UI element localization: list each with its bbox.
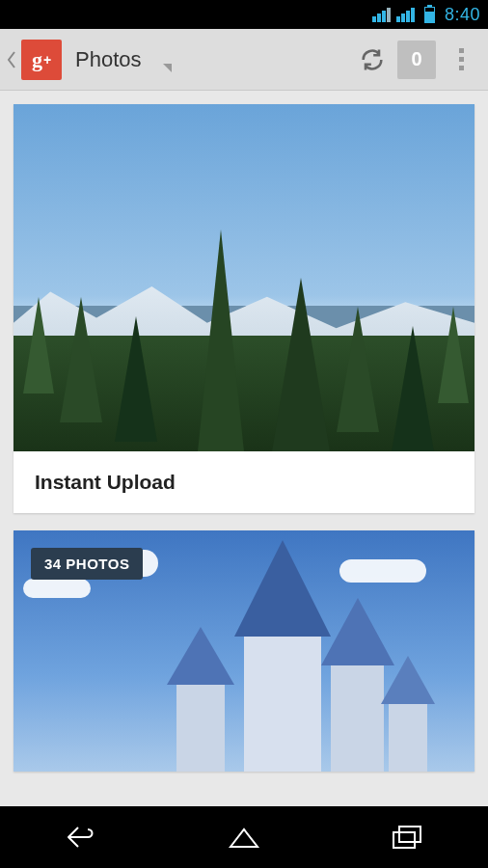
signal-icon-2 [396,8,415,22]
android-status-bar: 8:40 [0,0,488,29]
recents-icon [392,825,422,850]
album-card-photos[interactable]: 34 PHOTOS [14,530,474,772]
content-scroll[interactable]: Instant Upload 34 PHOTOS [0,91,488,806]
svg-rect-0 [393,832,415,848]
app-action-bar: g+ Photos 0 [0,29,488,91]
photo-count-badge: 34 PHOTOS [31,548,143,580]
android-nav-bar [0,806,488,868]
up-caret-icon[interactable] [6,48,17,71]
overflow-icon [459,48,464,70]
notification-count: 0 [411,48,421,70]
status-clock: 8:40 [445,5,480,25]
signal-icon [372,8,391,22]
album-cover-image [14,104,474,451]
nav-back-button[interactable] [47,818,115,856]
logo-g: g [32,47,42,72]
home-icon [225,824,263,851]
page-title: Photos [75,47,142,72]
back-icon [65,824,97,851]
logo-plus: + [43,52,51,68]
album-card-instant-upload[interactable]: Instant Upload [14,104,474,513]
refresh-icon [359,46,386,73]
overflow-menu-button[interactable] [440,39,482,81]
nav-recents-button[interactable] [373,818,441,856]
battery-icon [424,7,435,23]
google-plus-logo[interactable]: g+ [21,40,62,80]
refresh-button[interactable] [351,39,393,81]
album-title: Instant Upload [14,451,474,513]
svg-rect-1 [399,827,420,842]
title-spinner[interactable]: Photos [75,46,347,72]
spinner-caret-icon [163,64,172,72]
nav-home-button[interactable] [210,818,278,856]
notification-count-button[interactable]: 0 [397,41,436,79]
